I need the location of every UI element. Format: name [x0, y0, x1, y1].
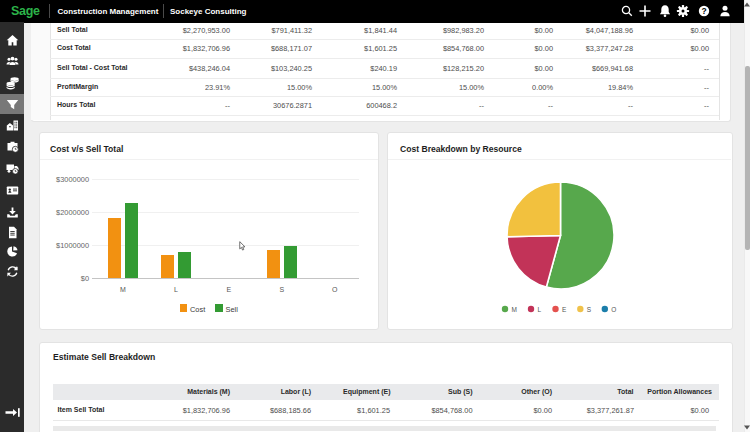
svg-text:S: S: [587, 306, 592, 313]
svg-text:L: L: [538, 306, 542, 313]
svg-text:E: E: [562, 306, 567, 313]
svg-text:O: O: [611, 306, 616, 313]
svg-text:?: ?: [701, 6, 706, 16]
svg-text:M: M: [512, 306, 517, 313]
